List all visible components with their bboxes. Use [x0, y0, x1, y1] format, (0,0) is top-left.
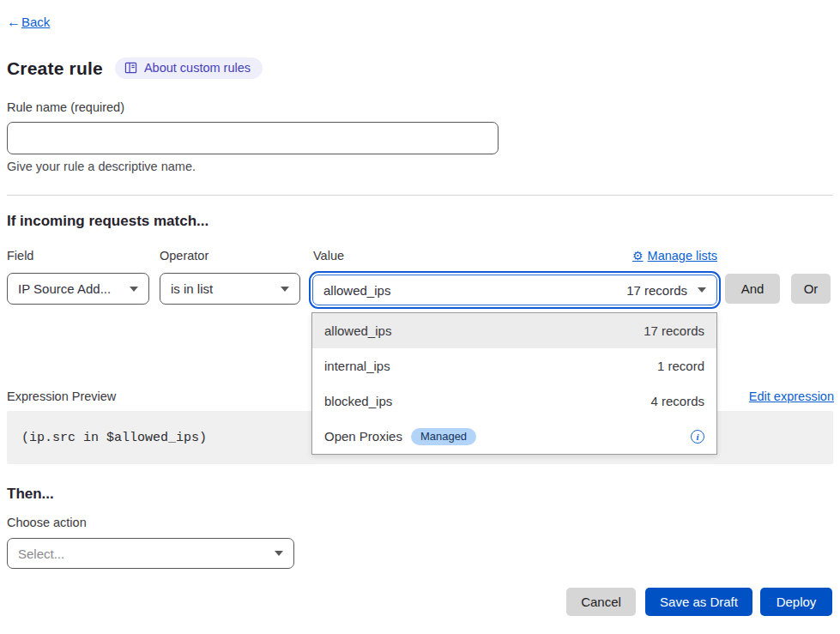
manage-lists-link[interactable]: ⚙ Manage lists — [632, 249, 717, 263]
value-select-count: 17 records — [626, 283, 687, 298]
choose-action-label: Choose action — [7, 516, 87, 529]
book-icon — [124, 62, 137, 74]
option-count: 1 record — [657, 359, 704, 373]
option-name: allowed_ips — [324, 323, 391, 338]
chevron-down-icon — [698, 287, 706, 293]
option-count: 17 records — [644, 323, 704, 338]
section-divider — [7, 195, 833, 196]
option-name: internal_ips — [324, 359, 390, 373]
then-section-heading: Then... — [7, 486, 54, 503]
dropdown-option-allowed-ips[interactable]: allowed_ips 17 records — [312, 313, 716, 348]
operator-column-label: Operator — [160, 249, 208, 263]
value-select-name: allowed_ips — [323, 283, 390, 298]
value-select[interactable]: allowed_ips 17 records — [312, 275, 717, 305]
chevron-down-icon — [275, 551, 283, 556]
edit-expression-link[interactable]: Edit expression — [749, 389, 834, 403]
page-title: Create rule — [7, 58, 103, 79]
rule-name-input[interactable] — [7, 122, 499, 154]
option-count: 4 records — [650, 394, 704, 408]
chevron-down-icon — [130, 287, 138, 292]
operator-select[interactable]: is in list — [160, 273, 300, 305]
action-select[interactable]: Select... — [7, 538, 294, 569]
and-button[interactable]: And — [725, 274, 780, 304]
action-select-placeholder: Select... — [18, 546, 64, 561]
rule-name-label: Rule name (required) — [7, 100, 124, 114]
save-as-draft-button[interactable]: Save as Draft — [645, 588, 752, 616]
value-dropdown-panel: allowed_ips 17 records internal_ips 1 re… — [311, 312, 717, 455]
dropdown-option-blocked-ips[interactable]: blocked_ips 4 records — [312, 383, 716, 419]
or-button[interactable]: Or — [791, 274, 831, 304]
gear-icon: ⚙ — [632, 249, 644, 263]
back-arrow-icon: ← — [7, 15, 21, 30]
expression-code: (ip.src in $allowed_ips) — [21, 431, 207, 445]
operator-select-value: is in list — [171, 281, 213, 296]
dropdown-option-open-proxies[interactable]: Open Proxies Managed i — [312, 419, 716, 454]
expression-preview-label: Expression Preview — [7, 389, 116, 403]
back-link-row: ←Back — [7, 15, 50, 30]
back-link[interactable]: ←Back — [7, 15, 50, 29]
back-link-label: Back — [21, 15, 50, 29]
deploy-button[interactable]: Deploy — [760, 588, 832, 616]
managed-badge: Managed — [411, 428, 476, 445]
field-select-value: IP Source Add... — [18, 281, 111, 296]
info-icon[interactable]: i — [691, 430, 704, 444]
chevron-down-icon — [281, 287, 289, 292]
option-name: blocked_ips — [324, 394, 392, 408]
about-badge-label: About custom rules — [144, 61, 251, 75]
manage-lists-label: Manage lists — [648, 249, 717, 263]
option-name: Open Proxies — [324, 429, 402, 444]
dropdown-option-internal-ips[interactable]: internal_ips 1 record — [312, 348, 716, 383]
value-column-label: Value — [313, 249, 344, 263]
field-select[interactable]: IP Source Add... — [7, 273, 149, 305]
match-section-heading: If incoming requests match... — [7, 213, 208, 230]
title-row: Create rule About custom rules — [7, 57, 263, 79]
field-column-label: Field — [7, 249, 33, 263]
rule-name-helper: Give your rule a descriptive name. — [7, 160, 196, 173]
create-rule-page: ←Back Create rule About custom rules Rul… — [0, 0, 840, 634]
about-custom-rules-badge[interactable]: About custom rules — [115, 57, 263, 79]
cancel-button[interactable]: Cancel — [566, 588, 636, 616]
